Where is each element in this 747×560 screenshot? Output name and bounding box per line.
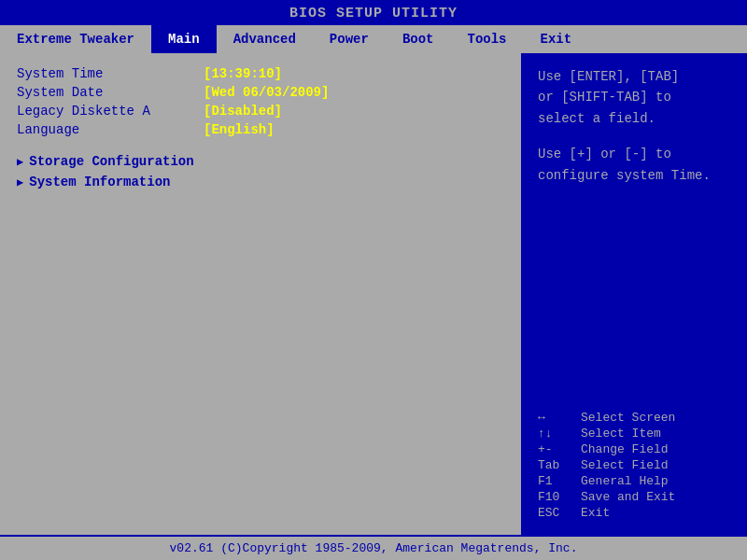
key-name: Tab — [538, 458, 581, 472]
submenu-item[interactable]: ▶System Information — [17, 175, 504, 189]
nav-item-boot[interactable]: Boot — [386, 25, 451, 53]
key-name: ESC — [538, 506, 581, 520]
title-bar: BIOS SETUP UTILITY — [0, 0, 747, 25]
nav-item-main[interactable]: Main — [151, 25, 217, 53]
submenu-arrow-icon: ▶ — [17, 175, 23, 189]
key-name: F10 — [538, 490, 581, 504]
key-row: ESCExit — [538, 506, 732, 520]
submenu-label: Storage Configuration — [29, 154, 193, 169]
app: BIOS SETUP UTILITY Extreme TweakerMainAd… — [0, 0, 747, 560]
key-help: ↔Select Screen↑↓Select Item+-Change Fiel… — [538, 411, 732, 522]
submenu-arrow-icon: ▶ — [17, 155, 23, 169]
field-label: Legacy Diskette A — [17, 104, 204, 119]
key-name: ↑↓ — [538, 427, 581, 441]
field-value[interactable]: [13:39:10] — [204, 66, 282, 81]
nav-item-extreme-tweaker[interactable]: Extreme Tweaker — [0, 25, 151, 53]
nav-item-power[interactable]: Power — [313, 25, 386, 53]
key-name: F1 — [538, 474, 581, 488]
footer: v02.61 (C)Copyright 1985-2009, American … — [0, 535, 747, 560]
key-row: F10Save and Exit — [538, 490, 732, 504]
help-text: Use [ENTER], [TAB] or [SHIFT-TAB] to sel… — [538, 66, 732, 186]
key-desc: Select Field — [581, 458, 669, 472]
key-desc: General Help — [581, 474, 669, 488]
nav-item-advanced[interactable]: Advanced — [217, 25, 313, 53]
field-label: Language — [17, 122, 204, 137]
key-row: F1General Help — [538, 474, 732, 488]
key-desc: Save and Exit — [581, 490, 675, 504]
key-desc: Exit — [581, 506, 610, 520]
field-row: System Time[13:39:10] — [17, 66, 504, 81]
key-row: ↔Select Screen — [538, 411, 732, 425]
help-paragraph-2: Use [+] or [-] to configure system Time. — [538, 144, 732, 186]
field-value[interactable]: [Disabled] — [204, 104, 282, 119]
field-row: Legacy Diskette A[Disabled] — [17, 104, 504, 119]
nav-bar: Extreme TweakerMainAdvancedPowerBootTool… — [0, 25, 747, 53]
field-value[interactable]: [English] — [204, 122, 275, 137]
field-label: System Date — [17, 85, 204, 100]
fields-container: System Time[13:39:10]System Date[Wed 06/… — [17, 66, 504, 141]
app-title: BIOS SETUP UTILITY — [289, 6, 458, 21]
submenu-label: System Information — [29, 175, 170, 189]
right-panel: Use [ENTER], [TAB] or [SHIFT-TAB] to sel… — [523, 53, 747, 535]
nav-item-exit[interactable]: Exit — [524, 25, 589, 53]
key-name: ↔ — [538, 411, 581, 425]
field-row: System Date[Wed 06/03/2009] — [17, 85, 504, 100]
submenu-item[interactable]: ▶Storage Configuration — [17, 154, 504, 169]
key-desc: Select Item — [581, 427, 661, 441]
submenus-container: ▶Storage Configuration▶System Informatio… — [17, 154, 504, 195]
key-desc: Change Field — [581, 442, 669, 456]
footer-text: v02.61 (C)Copyright 1985-2009, American … — [170, 541, 578, 555]
key-row: ↑↓Select Item — [538, 427, 732, 441]
main-content: System Time[13:39:10]System Date[Wed 06/… — [0, 53, 747, 535]
key-desc: Select Screen — [581, 411, 675, 425]
help-paragraph-1: Use [ENTER], [TAB] or [SHIFT-TAB] to sel… — [538, 66, 732, 129]
field-row: Language[English] — [17, 122, 504, 137]
field-label: System Time — [17, 66, 204, 81]
field-value[interactable]: [Wed 06/03/2009] — [204, 85, 329, 100]
nav-item-tools[interactable]: Tools — [450, 25, 523, 53]
key-name: +- — [538, 442, 581, 456]
key-row: TabSelect Field — [538, 458, 732, 472]
key-row: +-Change Field — [538, 442, 732, 456]
left-panel: System Time[13:39:10]System Date[Wed 06/… — [0, 53, 523, 535]
